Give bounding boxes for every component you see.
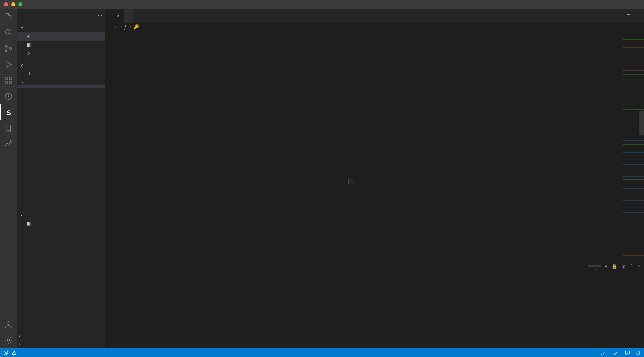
chevron-right-icon: › — [19, 334, 21, 338]
activity-bar — [0, 9, 17, 348]
help-feedback-header[interactable]: › — [17, 340, 105, 348]
sidebar-more-icon[interactable]: ⋯ — [98, 13, 102, 18]
timeline-icon[interactable] — [0, 88, 17, 104]
accounts-icon[interactable] — [0, 316, 17, 332]
search-icon[interactable] — [0, 25, 17, 41]
zoom-window-icon[interactable] — [18, 2, 22, 6]
line-numbers — [106, 31, 128, 260]
bottom-panel: ≡ 🔒 ⊘ ⌃ × — [106, 260, 644, 348]
breadcrumb[interactable]: › › ƒ › 🔑 — [106, 23, 644, 31]
plus-icon: ＋ — [25, 33, 31, 40]
svg-point-1 — [5, 45, 7, 47]
editor-tabs: × ◫ ⋯ — [106, 9, 644, 23]
stop-icon: ◻ — [25, 70, 31, 76]
sidebar: ⋯ ⌄ ＋ ▣ ▷ ⌄ — [17, 9, 106, 348]
more-actions-icon[interactable]: ⋯ — [635, 13, 640, 19]
chevron-down-icon: ⌄ — [19, 212, 24, 217]
window-controls — [0, 2, 22, 6]
minimize-window-icon[interactable] — [11, 2, 15, 6]
code-content[interactable] — [128, 31, 623, 260]
start-streaming-events[interactable]: ▷ — [17, 49, 105, 57]
log-entry[interactable] — [17, 85, 105, 88]
svg-rect-7 — [9, 81, 12, 84]
sample-icon: ▣ — [25, 220, 31, 226]
play-icon: ▷ — [25, 50, 31, 56]
close-tab-icon[interactable]: × — [117, 13, 120, 19]
events-section-header[interactable]: ⌄ — [17, 23, 105, 31]
chevron-down-icon: ⌄ — [19, 24, 24, 29]
stop-streaming-logs[interactable]: ◻ — [17, 69, 105, 77]
clear-output-icon[interactable]: ⊘ — [621, 263, 625, 269]
forward-events[interactable]: ▣ — [17, 41, 105, 49]
chevron-right-icon: › — [19, 342, 21, 347]
filter-icon[interactable]: ≡ — [605, 263, 607, 269]
tab-request-json[interactable] — [124, 9, 135, 23]
quick-links-header[interactable]: › — [17, 332, 105, 340]
output-source-select[interactable] — [588, 265, 601, 267]
hover-tooltip — [348, 179, 355, 184]
run-debug-icon[interactable] — [0, 57, 17, 72]
minimap-slider[interactable] — [639, 111, 644, 135]
samples-section-header[interactable]: ⌄ — [17, 210, 105, 218]
output-content[interactable] — [106, 272, 644, 348]
titlebar — [0, 0, 644, 9]
explorer-icon[interactable] — [0, 9, 17, 25]
svg-rect-5 — [9, 77, 12, 80]
terminal-icon: ▣ — [25, 42, 31, 48]
close-window-icon[interactable] — [4, 2, 8, 6]
svg-point-0 — [6, 30, 10, 34]
status-prettier[interactable] — [613, 350, 619, 355]
chevron-down-icon: ⌄ — [19, 62, 24, 67]
tab-server-js[interactable]: × — [106, 9, 124, 23]
status-bar — [0, 348, 644, 357]
collapse-panel-icon[interactable]: ⌃ — [629, 263, 633, 269]
svg-point-9 — [7, 322, 10, 324]
split-editor-icon[interactable]: ◫ — [626, 13, 630, 19]
svg-rect-4 — [5, 77, 8, 80]
logs-section-header[interactable]: ⌄ — [17, 60, 105, 68]
svg-point-3 — [10, 48, 12, 50]
recent-logs-header[interactable]: ⌄ — [17, 77, 105, 85]
chevron-down-icon: ⌄ — [21, 78, 25, 84]
close-panel-icon[interactable]: × — [637, 263, 640, 269]
code-editor[interactable] — [106, 31, 644, 260]
status-feedback-icon[interactable] — [625, 350, 630, 355]
settings-gear-icon[interactable] — [0, 332, 17, 348]
status-errors[interactable] — [3, 350, 18, 355]
source-control-icon[interactable] — [0, 41, 17, 57]
svg-rect-6 — [5, 81, 8, 84]
bookmark-icon[interactable] — [0, 120, 17, 136]
stripe-icon[interactable] — [0, 104, 17, 120]
trigger-new-event[interactable]: ＋ — [17, 32, 105, 41]
status-eslint[interactable] — [600, 350, 607, 355]
svg-point-10 — [7, 339, 10, 341]
svg-point-2 — [5, 50, 7, 52]
minimap[interactable] — [623, 31, 644, 260]
extensions-icon[interactable] — [0, 72, 17, 88]
status-bell-icon[interactable] — [636, 350, 641, 355]
lock-scroll-icon[interactable]: 🔒 — [611, 263, 617, 269]
start-stripe-sample[interactable]: ▣ — [17, 219, 105, 227]
graph-icon[interactable] — [0, 136, 17, 152]
